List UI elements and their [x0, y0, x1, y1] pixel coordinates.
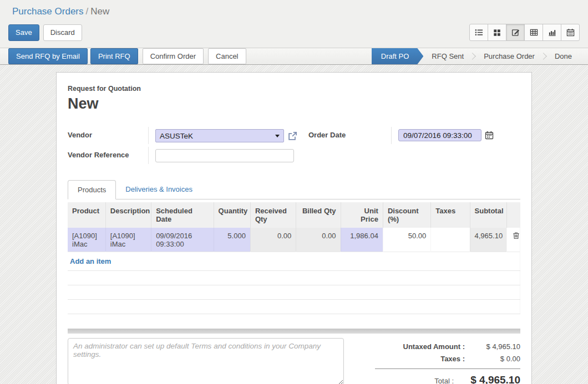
- kanban-view-icon: [493, 29, 501, 37]
- vendor-reference-input[interactable]: [155, 149, 294, 162]
- discard-button[interactable]: Discard: [43, 24, 82, 41]
- col-header-discount: Discount (%): [383, 202, 430, 228]
- statusbar: Send RFQ by Email Print RFQ Confirm Orde…: [0, 48, 588, 65]
- cell-received-qty: 0.00: [250, 228, 296, 252]
- vendor-select[interactable]: ASUSTeK: [155, 129, 284, 142]
- page-title: New: [68, 95, 520, 112]
- add-item-row: Add an item: [68, 252, 520, 270]
- tab-deliveries-invoices[interactable]: Deliveries & Invoices: [116, 180, 202, 199]
- print-rfq-button[interactable]: Print RFQ: [90, 48, 138, 64]
- calendar-view-button[interactable]: [561, 24, 580, 41]
- empty-row: [68, 299, 520, 314]
- total-label: Total :: [434, 377, 454, 384]
- save-button[interactable]: Save: [8, 24, 39, 41]
- col-header-billed-qty: Billed Qty: [296, 202, 341, 228]
- cell-product[interactable]: [A1090] iMac: [68, 228, 105, 252]
- statusbar-states: Draft PO RFQ Sent Purchase Order Done: [372, 48, 588, 64]
- trash-icon[interactable]: [513, 232, 520, 239]
- col-header-received-qty: Received Qty: [250, 202, 296, 228]
- status-step-purchase-order[interactable]: Purchase Order: [475, 48, 543, 64]
- total-value: $ 4,965.10: [454, 374, 520, 384]
- terms-conditions-textarea[interactable]: [68, 338, 344, 384]
- content-area: Request for Quotation New Vendor ASUSTeK: [0, 65, 588, 384]
- breadcrumb-current: New: [90, 6, 109, 17]
- cell-actions: [506, 228, 520, 252]
- horizontal-scrollbar[interactable]: [68, 329, 520, 334]
- breadcrumb-purchase-orders-link[interactable]: Purchase Orders: [12, 6, 84, 17]
- form-fields: Vendor ASUSTeK Vendor Reference: [68, 127, 520, 167]
- form-view-button[interactable]: [506, 24, 525, 41]
- totals-panel: Untaxed Amount : $ 4,965.10 Taxes : $ 0.…: [375, 338, 520, 384]
- status-step-done[interactable]: Done: [546, 48, 580, 64]
- add-an-item-link[interactable]: Add an item: [70, 257, 111, 265]
- form-sheet: Request for Quotation New Vendor ASUSTeK: [56, 72, 532, 384]
- status-step-rfq-sent[interactable]: RFQ Sent: [423, 48, 472, 64]
- confirm-order-button[interactable]: Confirm Order: [143, 48, 204, 64]
- calendar-view-icon: [566, 28, 575, 37]
- external-link-icon[interactable]: [288, 131, 297, 141]
- col-header-unit-price: Unit Price: [341, 202, 383, 228]
- untaxed-amount-label: Untaxed Amount :: [403, 342, 465, 351]
- order-date-label: Order Date: [308, 127, 392, 144]
- order-lines-table: Product Description Scheduled Date Quant…: [68, 202, 520, 314]
- form-view-icon: [511, 28, 520, 37]
- taxes-label: Taxes :: [440, 355, 465, 363]
- taxes-value: $ 0.00: [465, 355, 520, 363]
- cancel-button[interactable]: Cancel: [208, 48, 246, 64]
- graph-view-icon: [548, 28, 556, 37]
- order-line-row: [A1090] iMac [A1090] iMac 09/09/2016 09:…: [68, 228, 520, 252]
- cell-scheduled-date[interactable]: 09/09/2016 09:33:00: [151, 228, 214, 252]
- empty-row: [68, 285, 520, 299]
- pivot-view-icon: [530, 28, 538, 37]
- col-header-taxes: Taxes: [431, 202, 470, 228]
- tab-products[interactable]: Products: [68, 180, 116, 199]
- kanban-view-button[interactable]: [488, 24, 506, 41]
- vendor-label: Vendor: [68, 127, 149, 144]
- totals-divider: [375, 368, 520, 369]
- notebook-tabs: Products Deliveries & Invoices: [68, 180, 520, 199]
- cell-taxes[interactable]: [431, 228, 470, 252]
- cell-subtotal: 4,965.10: [470, 228, 506, 252]
- breadcrumb: Purchase Orders/New: [0, 0, 588, 18]
- pivot-view-button[interactable]: [524, 24, 543, 41]
- dropdown-caret-icon: [275, 135, 280, 137]
- col-header-scheduled-date: Scheduled Date: [151, 202, 214, 228]
- cell-discount[interactable]: 50.00: [383, 228, 430, 252]
- sheet-subtitle: Request for Quotation: [68, 85, 520, 93]
- toolbar: Save Discard: [0, 18, 588, 48]
- breadcrumb-separator: /: [84, 6, 91, 17]
- untaxed-amount-value: $ 4,965.10: [465, 342, 520, 351]
- sheet-bottom: Untaxed Amount : $ 4,965.10 Taxes : $ 0.…: [68, 338, 520, 384]
- cell-unit-price[interactable]: 1,986.04: [341, 228, 383, 252]
- list-view-icon: [475, 28, 483, 37]
- calendar-icon[interactable]: [485, 131, 494, 140]
- table-header-row: Product Description Scheduled Date Quant…: [68, 202, 520, 228]
- cell-description[interactable]: [A1090] iMac: [105, 228, 151, 252]
- view-switcher: [470, 24, 580, 41]
- send-rfq-by-email-button[interactable]: Send RFQ by Email: [8, 48, 88, 64]
- order-date-input[interactable]: [398, 129, 481, 141]
- col-header-actions: [506, 202, 520, 228]
- top-band: Purchase Orders/New Save Discard: [0, 0, 588, 48]
- graph-view-button[interactable]: [543, 24, 561, 41]
- empty-row: [68, 270, 520, 285]
- vendor-reference-label: Vendor Reference: [68, 147, 149, 164]
- col-header-quantity: Quantity: [214, 202, 250, 228]
- cell-billed-qty: 0.00: [296, 228, 341, 252]
- vendor-select-value: ASUSTeK: [160, 132, 193, 140]
- cell-quantity[interactable]: 5.000: [214, 228, 250, 252]
- col-header-subtotal: Subtotal: [470, 202, 506, 228]
- status-step-draft-po[interactable]: Draft PO: [372, 48, 424, 64]
- col-header-product: Product: [68, 202, 105, 228]
- list-view-button[interactable]: [469, 24, 488, 41]
- col-header-description: Description: [105, 202, 151, 228]
